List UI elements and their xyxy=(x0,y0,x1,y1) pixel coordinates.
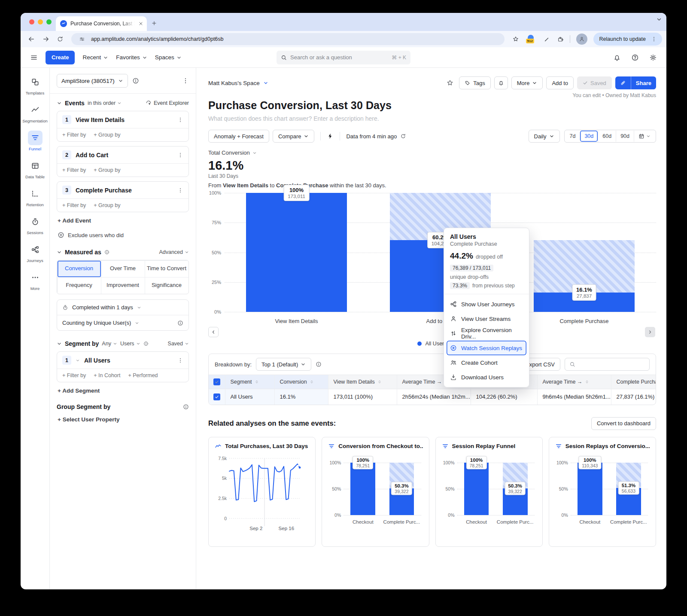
menu-item-watch-session-replays[interactable]: Watch Session Replays xyxy=(447,341,526,355)
row-checkbox[interactable] xyxy=(213,393,220,400)
extensions-icon[interactable] xyxy=(557,36,564,43)
column-header-average-time[interactable]: Average Time → xyxy=(537,375,611,389)
group-by-button[interactable]: + Group by xyxy=(94,167,120,173)
filter-by-button[interactable]: + Filter by xyxy=(62,132,86,138)
range-60d-button[interactable]: 60d xyxy=(598,131,616,142)
metric-selector[interactable]: Total Conversion xyxy=(208,149,656,156)
completed-within-selector[interactable]: Completed within 1 days xyxy=(57,300,188,315)
notifications-icon[interactable] xyxy=(613,54,621,61)
collapse-icon[interactable] xyxy=(57,341,62,346)
window-controls[interactable] xyxy=(29,19,52,24)
help-icon[interactable] xyxy=(631,54,639,61)
search-input[interactable] xyxy=(290,54,388,61)
column-header-view-item-details[interactable]: View Item Details xyxy=(328,375,397,389)
related-card-sesion-replays-of-conversio[interactable]: Sesion Replays of Conversio...100%50%0%1… xyxy=(549,437,656,547)
select-all-cell[interactable] xyxy=(209,375,225,389)
scroll-right-button[interactable] xyxy=(645,327,655,337)
maximize-window-button[interactable] xyxy=(46,19,52,24)
kebab-icon[interactable] xyxy=(177,117,183,123)
funnel-bar[interactable] xyxy=(246,193,347,312)
scroll-left-button[interactable] xyxy=(208,327,219,337)
funnel-bar[interactable] xyxy=(464,463,489,515)
project-selector[interactable]: AmpliStore (380517) xyxy=(57,74,128,88)
refresh-icon[interactable] xyxy=(400,133,406,139)
menu-item-download-users[interactable]: Download Users xyxy=(447,370,526,384)
sidebar-item-segmentation[interactable]: Segmentation xyxy=(22,103,48,123)
info-icon[interactable] xyxy=(183,404,189,410)
funnel-bar[interactable] xyxy=(350,463,375,515)
event-card-header[interactable]: 1View Item Details xyxy=(57,111,188,128)
funnel-bar[interactable] xyxy=(578,463,602,515)
panel-kebab-icon[interactable] xyxy=(182,77,189,84)
add-event-button[interactable]: + Add Event xyxy=(58,217,188,224)
extension-badge[interactable]: 512 xyxy=(526,35,536,43)
info-icon[interactable] xyxy=(104,250,109,255)
advanced-menu[interactable]: Advanced xyxy=(159,249,189,255)
info-icon[interactable] xyxy=(143,341,149,346)
compare-button[interactable]: Compare xyxy=(273,130,314,143)
sidebar-item-templates[interactable]: Templates xyxy=(26,75,44,95)
related-card-total-purchases-last-30-days[interactable]: Total Purchases, Last 30 Days 7.5k5k2.5k… xyxy=(208,437,316,547)
granularity-selector[interactable]: Daily xyxy=(529,130,560,143)
relaunch-button[interactable]: Relaunch to update xyxy=(593,33,662,46)
select-user-property-button[interactable]: + Select User Property xyxy=(58,416,188,423)
collapse-icon[interactable] xyxy=(57,250,62,255)
minimize-window-button[interactable] xyxy=(38,19,43,24)
add-to-button[interactable]: Add to xyxy=(546,76,574,89)
gear-icon[interactable] xyxy=(649,54,657,61)
bookmark-icon[interactable] xyxy=(512,36,519,43)
global-search[interactable]: ⌘ + K xyxy=(277,51,410,64)
range-30d-button[interactable]: 30d xyxy=(580,131,598,142)
measure-mode-frequency[interactable]: Frequency xyxy=(57,277,101,294)
convert-to-dashboard-button[interactable]: Convert to dashboard xyxy=(591,417,656,430)
filter-by-button[interactable]: + Filter by xyxy=(62,372,86,378)
select-all-checkbox[interactable] xyxy=(213,378,220,385)
event-order-selector[interactable]: in this order xyxy=(88,100,122,106)
sidebar-item-journeys[interactable]: Journeys xyxy=(27,242,43,263)
sort-icon[interactable] xyxy=(585,380,589,384)
browser-profile-avatar[interactable] xyxy=(576,34,587,45)
favorites-menu[interactable]: Favorites xyxy=(116,54,147,61)
table-search[interactable] xyxy=(565,358,650,371)
close-window-button[interactable] xyxy=(29,19,34,24)
new-tab-button[interactable] xyxy=(151,20,157,28)
calendar-button[interactable] xyxy=(634,131,655,142)
measure-mode-improvement[interactable]: Improvement xyxy=(101,277,145,294)
kebab-icon[interactable] xyxy=(177,187,183,193)
row-select-cell[interactable] xyxy=(209,389,225,405)
sort-icon[interactable] xyxy=(377,380,382,384)
browser-menu-icon[interactable] xyxy=(651,36,657,42)
kebab-icon[interactable] xyxy=(177,152,183,158)
breakdown-top-selector[interactable]: Top 1 (Default) xyxy=(256,358,311,371)
segment-any-selector[interactable]: Any xyxy=(102,341,117,347)
sidebar-item-data-table[interactable]: Data Table xyxy=(25,159,45,179)
segment-card-header[interactable]: 1All Users xyxy=(57,352,188,369)
reload-button[interactable] xyxy=(57,36,64,43)
filter-by-button[interactable]: + Filter by xyxy=(62,167,86,173)
info-icon[interactable] xyxy=(132,77,139,84)
measure-mode-time-to-convert[interactable]: Time to Convert xyxy=(145,260,189,278)
forward-button[interactable] xyxy=(42,35,50,43)
anomaly-forecast-button[interactable]: Anomaly + Forecast xyxy=(208,130,269,143)
event-card-header[interactable]: 3Complete Purchase xyxy=(57,182,188,198)
more-button[interactable]: More xyxy=(511,76,543,89)
create-button[interactable]: Create xyxy=(46,51,75,64)
range-90d-button[interactable]: 90d xyxy=(616,131,634,142)
close-tab-icon[interactable] xyxy=(138,21,143,26)
chart-legend[interactable]: All Users xyxy=(208,341,656,347)
hamburger-menu-icon[interactable] xyxy=(30,54,38,61)
sidebar-item-retention[interactable]: Retention xyxy=(26,186,44,207)
related-card-session-replay-funnel[interactable]: Session Replay Funnel100%50%0%100%78,251… xyxy=(435,437,543,547)
sort-icon[interactable] xyxy=(255,380,259,384)
info-icon[interactable] xyxy=(177,320,183,326)
lightning-icon[interactable] xyxy=(327,133,334,140)
info-icon[interactable] xyxy=(316,361,322,367)
saved-segments-menu[interactable]: Saved xyxy=(168,341,189,347)
share-button[interactable]: Share xyxy=(631,76,656,89)
chevron-down-icon[interactable] xyxy=(76,358,80,363)
filter-by-button[interactable]: + Filter by xyxy=(62,202,86,208)
recent-menu[interactable]: Recent xyxy=(82,54,108,61)
menu-item-view-user-streams[interactable]: View User Streams xyxy=(447,311,526,326)
event-explorer-button[interactable]: Event Explorer xyxy=(146,100,189,106)
description-placeholder[interactable]: What question does this chart answer? En… xyxy=(208,115,656,122)
